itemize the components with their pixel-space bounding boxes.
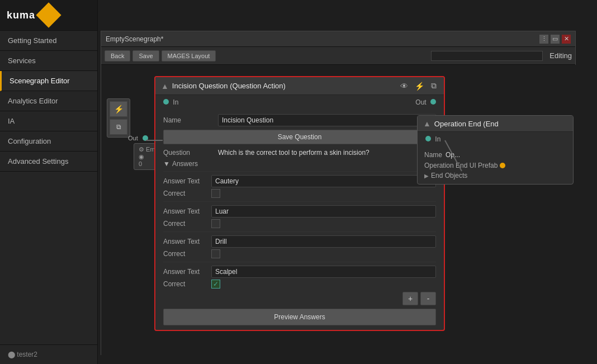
- answer-2-input[interactable]: [211, 205, 436, 218]
- canvas-area: ⚡ ⧉ Out ⚙ Emp ◉ 0 ▲ Incision Question (Q…: [101, 65, 576, 356]
- answer-2-group: Answer Text Correct: [163, 201, 436, 228]
- question-row: Question Which is the correct tool to pe…: [163, 149, 436, 157]
- end-in-dot: [425, 136, 431, 141]
- end-objects-arrow[interactable]: ▶: [424, 173, 429, 179]
- end-objects-label: End Objects: [431, 172, 467, 179]
- save-question-button[interactable]: Save Question: [163, 130, 436, 144]
- end-in-connector: In: [423, 135, 440, 143]
- editor-window: EmptyScenegraph* ⋮ ▭ ✕ Back Save MAGES L…: [101, 31, 576, 355]
- answer-2-correct-checkbox[interactable]: [211, 219, 220, 228]
- answer-4-text-row: Answer Text: [163, 266, 436, 278]
- sidebar-item-configuration[interactable]: Configuration: [0, 131, 97, 152]
- answer-3-correct-checkbox[interactable]: [211, 249, 220, 258]
- out-dot-left: [143, 135, 148, 141]
- answer-3-correct-row: Correct: [163, 249, 436, 258]
- answer-1-correct-row: Correct: [163, 189, 436, 198]
- answers-label: Answers: [172, 160, 198, 168]
- add-remove-row: + -: [163, 292, 436, 305]
- sidebar-item-getting-started[interactable]: Getting Started: [0, 31, 97, 51]
- window-controls: ⋮ ▭ ✕: [539, 35, 571, 44]
- end-name-row: Name Op...: [424, 151, 566, 159]
- sidebar-item-services[interactable]: Services: [0, 51, 97, 71]
- answer-4-correct-label: Correct: [163, 280, 208, 288]
- window-minimize-btn[interactable]: ▭: [551, 35, 560, 44]
- lightning-icon-small[interactable]: ⚡: [110, 101, 127, 117]
- answer-4-input[interactable]: [211, 266, 436, 278]
- sidebar-item-scenegraph-editor[interactable]: Scenegraph Editor: [0, 71, 97, 91]
- collapse-arrow[interactable]: ▲: [161, 82, 169, 91]
- name-input[interactable]: [218, 114, 436, 126]
- answer-1-text-label: Answer Text: [163, 177, 208, 185]
- end-prefab-dot: [500, 163, 505, 168]
- question-node-io: In Out: [155, 95, 444, 110]
- preview-answers-button[interactable]: Preview Answers: [163, 309, 436, 325]
- answers-arrow: ▼: [163, 160, 170, 168]
- logo-diamond: [36, 2, 61, 27]
- end-collapse-arrow[interactable]: ▲: [423, 119, 431, 128]
- answer-2-text-row: Answer Text: [163, 205, 436, 218]
- end-in-label: In: [435, 135, 440, 143]
- question-value: Which is the correct tool to perform a s…: [218, 149, 436, 157]
- name-label: Name: [163, 116, 214, 124]
- save-button[interactable]: Save: [132, 50, 159, 62]
- eye-icon[interactable]: 👁: [399, 81, 410, 91]
- in-connector: In: [161, 98, 178, 106]
- logo-text: kuma: [7, 10, 35, 21]
- copy-icon[interactable]: ⧉: [429, 81, 438, 91]
- out-dot: [430, 99, 436, 105]
- mages-layout-button[interactable]: MAGES Layout: [162, 50, 216, 62]
- left-out-connector: Out: [128, 135, 150, 141]
- add-answer-button[interactable]: +: [402, 292, 418, 305]
- answer-3-correct-label: Correct: [163, 250, 208, 258]
- out-label: Out: [415, 98, 426, 106]
- sidebar-footer: ⬤ tester2: [0, 344, 97, 364]
- answer-4-correct-checkbox[interactable]: ✓: [211, 280, 220, 289]
- question-node-header: ▲ Incision Question (Question Action) 👁 …: [155, 77, 444, 95]
- question-node: ▲ Incision Question (Question Action) 👁 …: [154, 76, 445, 331]
- answer-1-group: Answer Text Correct: [163, 171, 436, 198]
- window-close-btn[interactable]: ✕: [562, 35, 571, 44]
- end-node-body: Name Op... Operation End UI Prefab ▶ End…: [418, 146, 573, 184]
- answer-4-correct-row: Correct ✓: [163, 280, 436, 289]
- out-connector: Out: [415, 98, 438, 106]
- remove-answer-button[interactable]: -: [420, 292, 436, 305]
- end-objects-row[interactable]: ▶ End Objects: [424, 172, 566, 179]
- sidebar-item-advanced-settings[interactable]: Advanced Settings: [0, 152, 97, 172]
- sidebar-item-ia[interactable]: IA: [0, 111, 97, 131]
- sidebar: kuma Getting Started Services Scenegraph…: [0, 0, 98, 364]
- answer-1-correct-checkbox[interactable]: [211, 189, 220, 198]
- node-mini-panel: ⚡ ⧉: [107, 98, 130, 138]
- end-node-title: Operation End (End: [434, 120, 567, 128]
- answer-3-input[interactable]: [211, 235, 436, 248]
- username: tester2: [17, 351, 37, 358]
- end-node: ▲ Operation End (End In Name Op...: [417, 115, 574, 185]
- answers-header: ▼ Answers 4: [163, 160, 436, 168]
- window-title: EmptyScenegraph*: [106, 35, 539, 43]
- question-node-title: Incision Question (Question Action): [172, 82, 395, 90]
- answer-2-text-label: Answer Text: [163, 207, 208, 215]
- end-name-value: Op...: [446, 151, 460, 159]
- end-prefab-row: Operation End UI Prefab: [424, 162, 566, 169]
- window-menu-btn[interactable]: ⋮: [539, 35, 548, 44]
- end-name-label: Name: [424, 151, 442, 159]
- search-input[interactable]: [431, 51, 543, 61]
- copy-icon-small[interactable]: ⧉: [110, 119, 127, 135]
- answer-3-text-label: Answer Text: [163, 238, 208, 245]
- answers-toggle[interactable]: ▼ Answers: [163, 160, 198, 168]
- end-node-io: In: [418, 132, 573, 146]
- answer-4-text-label: Answer Text: [163, 268, 208, 276]
- answer-1-input[interactable]: [211, 175, 436, 187]
- answer-2-correct-label: Correct: [163, 220, 208, 228]
- sidebar-logo: kuma: [0, 0, 97, 31]
- end-prefab-label: Operation End UI Prefab: [424, 162, 498, 169]
- window-titlebar: EmptyScenegraph* ⋮ ▭ ✕: [101, 31, 575, 47]
- username-label: ⬤: [8, 351, 17, 358]
- sidebar-item-analytics-editor[interactable]: Analytics Editor: [0, 91, 97, 111]
- answer-4-group: Answer Text Correct ✓: [163, 262, 436, 289]
- answer-3-group: Answer Text Correct: [163, 231, 436, 258]
- answer-1-text-row: Answer Text: [163, 175, 436, 187]
- lightning-icon[interactable]: ⚡: [413, 81, 426, 91]
- back-button[interactable]: Back: [105, 50, 130, 62]
- answer-2-correct-row: Correct: [163, 219, 436, 228]
- in-label: In: [173, 98, 178, 106]
